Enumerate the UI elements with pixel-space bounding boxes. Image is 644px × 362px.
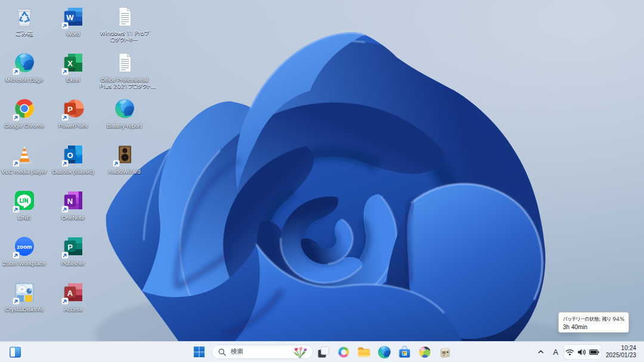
start-button[interactable]	[189, 343, 209, 361]
vector-text-gomibako	[15, 30, 34, 38]
shortcut-arrow-overlay	[61, 160, 69, 167]
desktop-icon-vlc-media-player[interactable]: VLC media player	[0, 143, 49, 175]
wifi-icon	[565, 348, 574, 356]
desktop-icon-label: Publisher	[61, 260, 85, 267]
desktop-icon-label: OneNote	[61, 214, 84, 221]
text-doc-icon	[113, 5, 136, 28]
desktop-icon-line[interactable]: LINE	[0, 189, 49, 221]
desktop-icon-onenote[interactable]: OneNote	[49, 189, 98, 221]
desktop-icon-label: Access	[64, 306, 82, 313]
desktop-icon-office-professional-plus-2021[interactable]: Office Professional Plus 2021プロダクト...Off…	[100, 51, 149, 90]
shortcut-arrow-overlay	[13, 298, 20, 305]
quick-settings-button[interactable]	[564, 344, 602, 360]
desktop-icon-label: PowerPoint	[58, 122, 88, 129]
desktop-icon-audiowizard[interactable]: AudioWizard	[100, 143, 149, 175]
microsoft-edge-button[interactable]	[374, 343, 394, 361]
shortcut-arrow-overlay	[61, 298, 69, 305]
microsoft-store-button[interactable]	[394, 343, 414, 361]
line-icon	[13, 189, 36, 212]
shortcut-arrow-overlay	[61, 68, 69, 75]
shortcut-arrow-overlay	[13, 114, 20, 121]
desktop-icon-powerpoint[interactable]: PowerPoint	[49, 97, 98, 129]
desktop-icon-label: Windows 11 Proプロダクトキー	[100, 30, 150, 44]
desktop-icon-label: Microsoft Edge	[5, 76, 43, 83]
recycle-bin-icon	[13, 5, 36, 28]
widgets-button[interactable]	[5, 343, 25, 361]
desktop-icon-word[interactable]: Word	[49, 5, 98, 38]
clock-date: 2025/01/23	[606, 352, 636, 360]
desktop-icon-battery-report[interactable]: Battery-report	[100, 97, 149, 129]
battery-icon	[589, 349, 599, 355]
vector-text-win11b	[110, 37, 139, 44]
desktop-icon-label: ごみ箱	[15, 30, 34, 38]
search-box[interactable]: 検索	[212, 345, 313, 359]
edge-small-icon	[377, 345, 392, 360]
shortcut-arrow-overlay	[61, 206, 69, 213]
desktop-icon-excel[interactable]: Excel	[49, 51, 98, 83]
copilot-button[interactable]	[333, 343, 354, 361]
desktop-icon-label: AudioWizard	[109, 168, 141, 175]
folder-icon	[357, 345, 371, 360]
desktop-icon-google-chrome[interactable]: Google Chrome	[0, 97, 49, 129]
task-view-button[interactable]	[313, 343, 333, 361]
desktop-icon-windows-11-pro[interactable]: Windows 11 Proプロダクトキー	[100, 5, 149, 44]
chevron-up-icon	[537, 348, 544, 355]
hidden-icons-chevron-button[interactable]	[534, 344, 548, 360]
desktop-icon-label: VLC media player	[2, 168, 47, 175]
desktop-icon-label: CrystalDiskInfo	[5, 306, 44, 313]
text-doc-icon	[113, 5, 136, 28]
search-placeholder: 検索	[230, 348, 244, 356]
colorful-ball-app-button[interactable]	[414, 343, 435, 361]
clock-time: 10:24	[606, 345, 636, 352]
ime-mode-indicator[interactable]: A	[548, 344, 564, 360]
task-view-icon	[316, 345, 331, 360]
desktop-icon-label: Zoom Workplace	[3, 260, 46, 267]
taskbar-center-buttons: 検索	[189, 342, 455, 361]
desktop-icon-recycle-bin[interactable]: ごみ箱	[0, 5, 49, 38]
desktop-icon-publisher[interactable]: Publisher	[49, 235, 98, 267]
vector-text-officeb	[99, 83, 156, 90]
clock[interactable]: 10:242025/01/23	[606, 345, 636, 360]
powerpoint-icon	[62, 97, 85, 120]
shortcut-arrow-overlay	[61, 252, 69, 259]
edge-icon	[113, 97, 136, 120]
windows-desktop: ごみ箱Microsoft EdgeGoogle ChromeVLC media …	[0, 0, 644, 362]
battery-tooltip-line1-text	[563, 314, 625, 323]
excel-icon	[62, 51, 85, 74]
file-explorer-button[interactable]	[354, 343, 374, 361]
color-ball-icon	[417, 345, 432, 360]
beige-device-app-button[interactable]	[435, 343, 455, 361]
shortcut-arrow-overlay	[13, 160, 20, 167]
desktop-icon-label: Word	[66, 30, 80, 38]
zoom-icon	[13, 235, 36, 258]
audiowizard-icon	[113, 143, 136, 166]
battery-tooltip-line1: バッテリーの状態: 残り 94%	[563, 314, 628, 323]
desktop-icon-access[interactable]: Access	[49, 281, 98, 313]
vlc-icon	[13, 143, 36, 166]
onenote-icon	[62, 189, 85, 212]
desktop-icon-label: Battery-report	[107, 122, 141, 129]
vector-text-win11a	[100, 30, 150, 37]
text-doc-icon	[113, 51, 136, 74]
text-doc-icon	[113, 51, 136, 74]
search-highlight-flowers-icon	[290, 345, 310, 358]
desktop-icon-microsoft-edge[interactable]: Microsoft Edge	[0, 51, 49, 83]
desktop-icon-zoom-workplace[interactable]: Zoom Workplace	[0, 235, 49, 267]
taskbar-left-corner	[5, 342, 25, 361]
desktop-icon-outlook-classic[interactable]: Outlook (classic)	[49, 143, 98, 175]
vector-text-kensaku	[230, 348, 244, 357]
shortcut-arrow-overlay	[13, 252, 20, 259]
desktop-icon-label: LINE	[18, 214, 30, 221]
chrome-icon	[13, 97, 36, 120]
desktop-icon-crystaldiskinfo[interactable]: CrystalDiskInfo	[0, 281, 49, 313]
shortcut-arrow-overlay	[13, 68, 20, 75]
desktop-icon-label: Office Professional Plus 2021プロダクト...Off…	[99, 76, 150, 90]
desktop-icon-label: Google Chrome	[4, 122, 44, 129]
taskbar: 検索 A10:242025/01/23	[0, 341, 644, 362]
magnifier-icon	[218, 348, 226, 356]
desktop-icon-grid: ごみ箱Microsoft EdgeGoogle ChromeVLC media …	[0, 0, 644, 362]
shortcut-arrow-overlay	[61, 22, 69, 29]
shortcut-arrow-overlay	[61, 114, 69, 121]
publisher-icon	[62, 235, 85, 258]
word-icon	[62, 5, 85, 28]
